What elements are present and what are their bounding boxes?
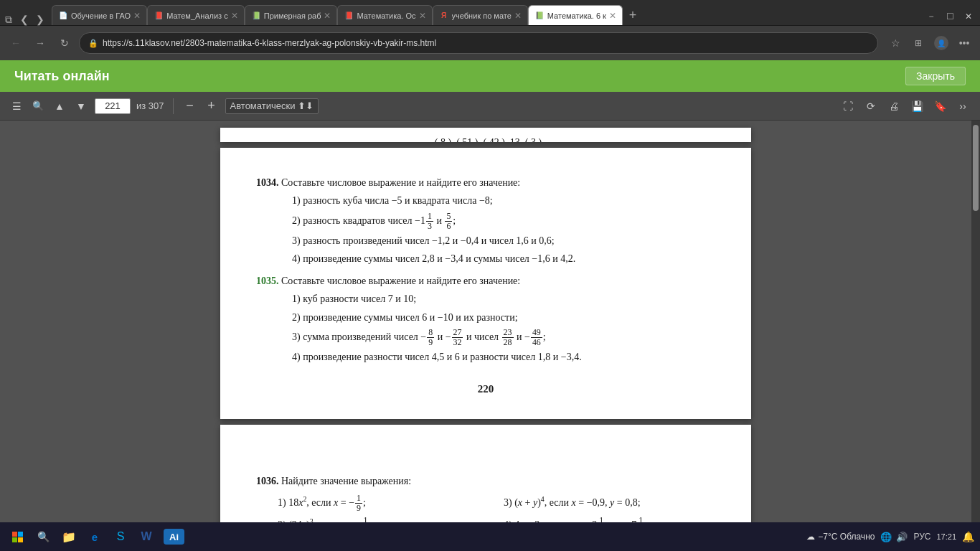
back-btn[interactable]: ← [6,33,26,53]
problem-1034-item2: 2) разность квадратов чисел −113 и 56; [256,212,715,231]
tab-3-label: Примерная раб [264,11,321,20]
pdf-rotate-btn[interactable]: ⟳ [862,98,880,115]
pdf-page-input[interactable]: 221 [95,98,131,114]
tab-2-label: Матем_Анализ с [166,11,228,20]
notification-icon[interactable]: 🔔 [962,531,974,542]
tab-5-label: учебник по мате [452,11,512,20]
pdf-more-btn[interactable]: ›› [954,98,971,115]
math-content-2: 1036. Найдите значение выражения: 1) 18x… [256,446,715,523]
taskbar-word[interactable]: W [135,525,158,548]
pdf-toolbar-right: ⛶ ⟳ 🖨 💾 🔖 ›› [839,98,971,115]
tab-3[interactable]: 📗 Примерная раб ✕ [245,5,338,25]
pdf-down-btn[interactable]: ▼ [73,98,89,114]
taskbar: 🔍 📁 e S W Ai ☁ −7°C Облачно 🌐 🔊 РУС [0,522,980,551]
taskbar-time: 17:21 [936,532,956,541]
toolbar-icons: ☆ ⊞ 👤 ••• [885,33,974,53]
tab-3-close[interactable]: ✕ [324,11,331,21]
tab-forward-btn[interactable]: ❯ [34,14,46,25]
pdf-zoom-label: Автоматически [230,100,296,111]
tab-6[interactable]: 📗 Математика. 6 к ✕ [528,5,623,25]
taskbar-system-icons: 🌐 🔊 [880,532,908,542]
minimize-btn[interactable]: − [923,8,940,25]
taskbar-clock[interactable]: 17:21 [936,532,956,541]
taskbar-skype[interactable]: S [109,525,132,548]
problem-1036-text: Найдите значение выражения: [281,476,411,486]
taskbar-language: РУС [913,532,930,542]
tab-6-close[interactable]: ✕ [609,11,616,21]
address-bar: ← → ↻ 🔒 https://s.11klasov.net/2803-mate… [0,26,980,60]
problem-1034-item1: 1) разность куба числа −5 и квадрата чис… [256,193,715,209]
tab-1-close[interactable]: ✕ [133,11,141,21]
ai-label: Ai [169,532,179,542]
word-icon: W [141,530,151,543]
reader-title: Читать онлайн [14,69,110,84]
pdf-up-btn[interactable]: ▲ [52,98,67,114]
pdf-search-btn[interactable]: 🔍 [30,98,46,114]
tab-1-icon: 📄 [58,11,68,21]
star-icon[interactable]: ☆ [885,33,905,53]
pdf-content[interactable]: ( 8 ) ( 51 ) ( 42 ) 13 ( 3 ) 2) (−1118 +… [0,121,971,522]
network-icon[interactable]: 🌐 [880,532,892,542]
collections-icon[interactable]: ⊞ [908,33,928,53]
address-input[interactable]: 🔒 https://s.11klasov.net/2803-matematika… [79,32,878,54]
lock-icon: 🔒 [88,39,98,48]
tab-6-icon: 📗 [534,11,545,21]
taskbar-search-btn[interactable]: 🔍 [32,525,55,548]
profile-icon[interactable]: 👤 [931,33,951,53]
pdf-zoom-plus-btn[interactable]: + [204,98,220,114]
pdf-fullscreen-btn[interactable]: ⛶ [839,98,857,115]
reader-header: Читать онлайн Закрыть [0,60,980,92]
volume-icon[interactable]: 🔊 [896,532,908,542]
main-content: ( 8 ) ( 51 ) ( 42 ) 13 ( 3 ) 2) (−1118 +… [0,121,980,522]
tab-5-close[interactable]: ✕ [514,11,522,21]
pdf-page-top-partial: ( 8 ) ( 51 ) ( 42 ) 13 ( 3 ) 2) (−1118 +… [220,128,751,142]
problem-1036-header: 1036. Найдите значение выражения: [256,474,715,489]
problem-1035-item1: 1) куб разности чисел 7 и 10; [256,291,715,307]
window-tile-btn[interactable]: ⧉ [3,14,14,25]
pdf-zoom-minus-btn[interactable]: − [182,98,198,114]
problem-1036-item2: 2) (24x)3, если x = −14; [278,516,489,522]
menu-icon[interactable]: ••• [954,33,974,53]
pdf-print-btn[interactable]: 🖨 [885,98,903,115]
new-tab-btn[interactable]: + [623,5,643,25]
tab-5[interactable]: Я учебник по мате ✕ [433,5,528,25]
scrollbar[interactable] [971,121,980,522]
scrollbar-thumb[interactable] [973,125,979,211]
tab-back-btn[interactable]: ❮ [19,14,30,25]
problem-1035-item4: 4) произведение разности чисел 4,5 и 6 и… [256,349,715,365]
start-button[interactable] [6,525,29,548]
taskbar-weather: ☁ −7°C Облачно [806,532,875,542]
tab-2[interactable]: 📕 Матем_Анализ с ✕ [147,5,245,25]
maximize-btn[interactable]: ☐ [941,8,958,25]
tab-1[interactable]: 📄 Обучение в ГАО ✕ [52,5,147,25]
pdf-page-main: 1034. Составьте числовое выражение и най… [220,148,751,419]
problem-1036-item1: 1) 18x2, если x = −19; [278,494,489,513]
tab-6-label: Математика. 6 к [547,11,606,20]
problem-1036-item3: 3) (x + y)4, если x = −0,9, y = 0,8; [504,494,715,513]
forward-btn[interactable]: → [30,33,50,53]
close-btn[interactable]: ✕ [960,8,977,25]
problem-1035-text: Составьте числовое выражение и найдите е… [281,276,520,286]
ai-button[interactable]: Ai [164,529,184,545]
address-text: https://s.11klasov.net/2803-matematika-6… [103,38,869,48]
problem-1034-text: Составьте числовое выражение и найдите е… [281,177,520,188]
pdf-bookmark-btn[interactable]: 🔖 [931,98,948,115]
file-explorer-icon: 📁 [62,530,76,544]
problem-1036-number: 1036. [256,476,279,486]
reader-close-btn[interactable]: Закрыть [905,67,966,85]
tab-4-close[interactable]: ✕ [419,11,426,21]
pdf-save-btn[interactable]: 💾 [908,98,925,115]
pdf-page-second: 1036. Найдите значение выражения: 1) 18x… [220,425,751,523]
tab-5-icon: Я [439,11,449,21]
taskbar-right: ☁ −7°C Облачно 🌐 🔊 РУС 17:21 🔔 [806,531,974,542]
weather-icon: ☁ [806,532,815,542]
tab-4[interactable]: 📕 Математика. Ос ✕ [337,5,432,25]
tab-4-label: Математика. Ос [357,11,415,20]
pdf-zoom-select[interactable]: Автоматически ⬆⬇ [225,98,319,114]
refresh-btn[interactable]: ↻ [55,33,75,53]
sidebar-toggle-btn[interactable]: ☰ [9,98,24,114]
problem-1034-item3: 3) разность произведений чисел −1,2 и −0… [256,233,715,249]
taskbar-edge[interactable]: e [83,525,106,548]
taskbar-file-explorer[interactable]: 📁 [57,525,80,548]
tab-2-close[interactable]: ✕ [231,11,238,21]
